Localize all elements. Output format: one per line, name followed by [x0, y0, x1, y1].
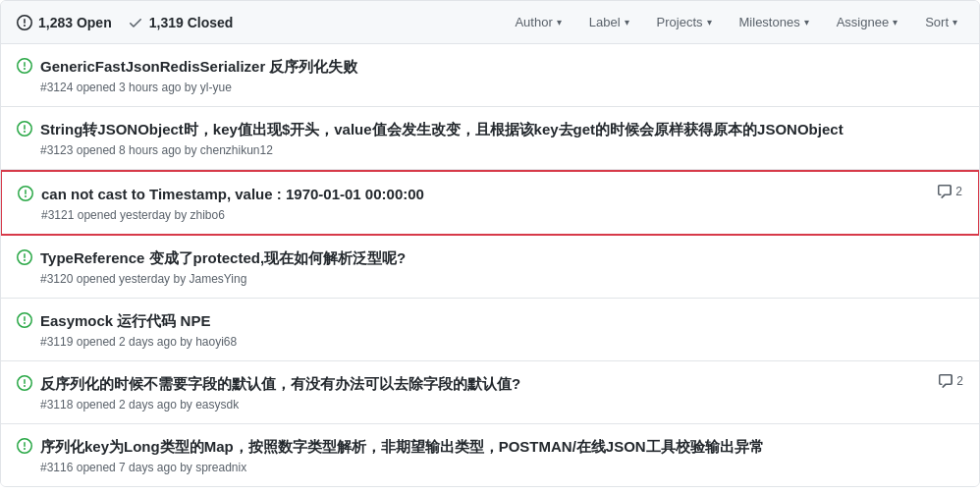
author-filter[interactable]: Author ▾ [509, 11, 567, 33]
issue-title-link[interactable]: 序列化key为Long类型的Map，按照数字类型解析，非期望输出类型，POSTM… [40, 438, 764, 455]
projects-label: Projects [657, 15, 703, 29]
issue-icon-wrapper [17, 438, 32, 457]
issue-content: TypeReference 变成了protected,现在如何解析泛型呢? #3… [40, 247, 948, 286]
issue-icon-wrapper [17, 249, 32, 268]
issue-meta: #3118 opened 2 days ago by easysdk [40, 398, 922, 412]
issue-row: String转JSONObject时，key值出现$开头，value值会发生改变… [1, 107, 979, 170]
issue-open-icon [17, 438, 32, 454]
comment-count: 2 [937, 184, 962, 199]
issue-open-icon [17, 58, 32, 74]
sort-caret: ▾ [953, 17, 957, 27]
comment-icon [937, 184, 953, 199]
assignee-label: Assignee [837, 15, 889, 29]
issue-meta-text: opened yesterday by JamesYing [77, 272, 247, 286]
issue-title-link[interactable]: Easymock 运行代码 NPE [40, 312, 210, 329]
issue-content: String转JSONObject时，key值出现$开头，value值会发生改变… [40, 119, 948, 157]
label-filter[interactable]: Label ▾ [583, 11, 635, 33]
issue-number: #3118 [40, 398, 73, 412]
comment-count-label: 2 [955, 185, 962, 198]
projects-filter[interactable]: Projects ▾ [651, 11, 718, 33]
issue-meta-text: opened yesterday by zhibo6 [78, 208, 225, 222]
issues-header: 1,283 Open 1,319 Closed Author ▾ Label ▾… [1, 1, 979, 44]
issue-meta-text: opened 7 days ago by spreadnix [77, 461, 246, 474]
issue-row: TypeReference 变成了protected,现在如何解析泛型呢? #3… [1, 236, 979, 299]
issue-row: 反序列化的时候不需要字段的默认值，有没有办法可以去除字段的默认值? #3118 … [1, 361, 979, 424]
issue-meta: #3124 opened 3 hours ago by yl-yue [40, 81, 948, 94]
issue-content: 反序列化的时候不需要字段的默认值，有没有办法可以去除字段的默认值? #3118 … [40, 373, 922, 412]
issue-meta-text: opened 2 days ago by easysdk [77, 398, 239, 412]
issue-open-icon [17, 249, 32, 265]
issue-title-link[interactable]: GenericFastJsonRedisSerializer 反序列化失败 [40, 58, 357, 75]
sort-filter[interactable]: Sort ▾ [919, 11, 963, 33]
issue-title[interactable]: TypeReference 变成了protected,现在如何解析泛型呢? [40, 247, 948, 268]
issue-title[interactable]: 反序列化的时候不需要字段的默认值，有没有办法可以去除字段的默认值? [40, 373, 922, 394]
issue-open-icon [18, 186, 33, 201]
issue-row: GenericFastJsonRedisSerializer 反序列化失败 #3… [1, 44, 979, 107]
projects-caret: ▾ [707, 17, 712, 27]
issue-content: GenericFastJsonRedisSerializer 反序列化失败 #3… [40, 56, 948, 94]
check-icon [128, 15, 143, 30]
comment-count-label: 2 [956, 374, 963, 388]
issue-title[interactable]: Easymock 运行代码 NPE [40, 310, 948, 331]
issue-icon-wrapper [17, 375, 32, 394]
closed-count-label: 1,319 Closed [149, 15, 234, 30]
issue-meta: #3119 opened 2 days ago by haoyi68 [40, 335, 948, 349]
sort-label: Sort [925, 15, 949, 29]
issue-title-link[interactable]: TypeReference 变成了protected,现在如何解析泛型呢? [40, 249, 406, 266]
issue-meta: #3121 opened yesterday by zhibo6 [41, 208, 921, 222]
issue-right: 2 [937, 184, 962, 199]
issues-container: 1,283 Open 1,319 Closed Author ▾ Label ▾… [0, 0, 980, 487]
issue-row: Easymock 运行代码 NPE #3119 opened 2 days ag… [1, 299, 979, 361]
issue-meta: #3116 opened 7 days ago by spreadnix [40, 461, 948, 474]
issue-number: #3116 [40, 461, 73, 474]
issue-number: #3119 [40, 335, 73, 349]
author-caret: ▾ [557, 17, 562, 27]
issue-row: 序列化key为Long类型的Map，按照数字类型解析，非期望输出类型，POSTM… [1, 424, 979, 486]
issue-icon-wrapper [17, 312, 32, 331]
issue-number: #3121 [41, 208, 74, 222]
issues-list: GenericFastJsonRedisSerializer 反序列化失败 #3… [1, 44, 979, 486]
issue-title-link[interactable]: String转JSONObject时，key值出现$开头，value值会发生改变… [40, 121, 844, 137]
issue-content: 序列化key为Long类型的Map，按照数字类型解析，非期望输出类型，POSTM… [40, 436, 948, 474]
issue-open-icon [17, 375, 32, 391]
issue-meta-text: opened 8 hours ago by chenzhikun12 [77, 143, 273, 157]
issue-title[interactable]: can not cast to Timestamp, value : 1970-… [41, 184, 921, 204]
issue-title-link[interactable]: 反序列化的时候不需要字段的默认值，有没有办法可以去除字段的默认值? [40, 375, 520, 392]
open-issue-icon [17, 15, 32, 30]
author-label: Author [515, 15, 552, 29]
issue-meta: #3120 opened yesterday by JamesYing [40, 272, 948, 286]
open-count-label: 1,283 Open [38, 15, 112, 30]
header-right: Author ▾ Label ▾ Projects ▾ Milestones ▾… [509, 11, 963, 33]
issue-icon-wrapper [18, 186, 33, 204]
issue-meta-text: opened 2 days ago by haoyi68 [77, 335, 237, 349]
issue-row: can not cast to Timestamp, value : 1970-… [0, 170, 980, 236]
header-left: 1,283 Open 1,319 Closed [17, 15, 233, 30]
issue-icon-wrapper [17, 121, 32, 139]
issue-number: #3120 [40, 272, 73, 286]
issue-title-link[interactable]: can not cast to Timestamp, value : 1970-… [41, 186, 424, 202]
assignee-filter[interactable]: Assignee ▾ [831, 11, 903, 33]
comment-count: 2 [938, 373, 963, 389]
issue-content: Easymock 运行代码 NPE #3119 opened 2 days ag… [40, 310, 948, 349]
issue-content: can not cast to Timestamp, value : 1970-… [41, 184, 921, 222]
issue-right: 2 [938, 373, 963, 389]
issue-title[interactable]: String转JSONObject时，key值出现$开头，value值会发生改变… [40, 119, 948, 139]
label-label: Label [589, 15, 621, 29]
issue-number: #3123 [40, 143, 73, 157]
issue-title[interactable]: 序列化key为Long类型的Map，按照数字类型解析，非期望输出类型，POSTM… [40, 436, 948, 457]
assignee-caret: ▾ [893, 17, 898, 27]
open-count[interactable]: 1,283 Open [17, 15, 112, 30]
comment-icon [938, 373, 953, 389]
issue-number: #3124 [40, 81, 73, 94]
issue-title[interactable]: GenericFastJsonRedisSerializer 反序列化失败 [40, 56, 948, 77]
issue-open-icon [17, 121, 32, 137]
milestones-filter[interactable]: Milestones ▾ [734, 11, 815, 33]
label-caret: ▾ [625, 17, 629, 27]
issue-meta-text: opened 3 hours ago by yl-yue [77, 81, 232, 94]
issue-open-icon [17, 312, 32, 328]
closed-count[interactable]: 1,319 Closed [128, 15, 234, 30]
issue-meta: #3123 opened 8 hours ago by chenzhikun12 [40, 143, 948, 157]
milestones-caret: ▾ [804, 17, 809, 27]
issue-icon-wrapper [17, 58, 32, 77]
milestones-label: Milestones [739, 15, 800, 29]
